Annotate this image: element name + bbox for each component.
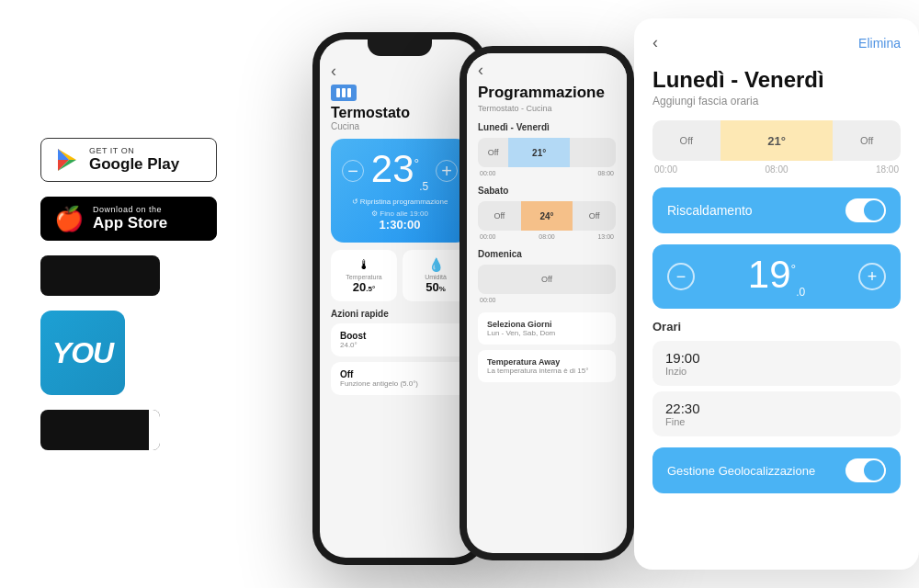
temperatura-away-button[interactable]: Temperatura Away La temperatura interna … (478, 350, 616, 382)
fino-time-value: 1:30:00 (342, 218, 458, 232)
phone2-screen: ‹ Programmazione Termostato - Cucina Lun… (467, 53, 627, 553)
azioni-title: Azioni rapide (331, 309, 469, 319)
riscaldamento-row: Riscaldamento (652, 187, 901, 233)
temp-set-card: − 19°.0 + (652, 244, 901, 309)
app-store-top: Download on the (93, 205, 167, 214)
humidity-icon: 💧 (408, 257, 463, 272)
temp-sensor-value: 20.5° (336, 280, 391, 294)
panel3-title: Lunedì - Venerdì (652, 67, 901, 93)
geolocalizzazione-toggle[interactable] (845, 458, 886, 482)
panel3-schedule-bar: Off 21° Off (652, 120, 901, 161)
off-action-card[interactable]: Off Funzione antigelo (5.0°) (331, 362, 469, 395)
set-temp-minus-button[interactable]: − (667, 263, 695, 290)
domenica-bar: Off (478, 265, 616, 294)
boost-action-card[interactable]: Boost 24.0° (331, 323, 469, 356)
orario2-row[interactable]: 22:30 Fine (652, 391, 901, 436)
set-temp-value: 19°.0 (748, 255, 805, 298)
riscaldamento-toggle[interactable] (845, 198, 886, 222)
google-play-badge[interactable]: GET IT ON Google Play (40, 138, 217, 182)
orario2-label: Fine (665, 416, 888, 427)
you-badge[interactable]: YOU (40, 311, 125, 395)
temp-card: − 23°.5 + ↺ Ripristina programmazione ⚙ … (331, 139, 469, 243)
left-panel: GET IT ON Google Play 🍎 Download on the … (0, 101, 257, 488)
humidity-sensor-value: 50% (408, 280, 463, 294)
device-subtitle: Cucina (331, 121, 469, 131)
lun-ven-times: 00:00 08:00 (478, 170, 616, 176)
orario1-label: Inzio (665, 366, 888, 377)
sabato-title: Sabato (478, 186, 616, 196)
panel3-back-button[interactable]: ‹ (652, 33, 658, 52)
phone1-back-button[interactable]: ‹ (331, 62, 469, 81)
phone1-content: ‹ Termostato Cucina − 23°.5 + ↺ Ripristi… (320, 56, 480, 406)
app-store-text: Download on the App Store (93, 205, 167, 232)
sabato-times: 00:00 08:00 13:00 (478, 233, 616, 240)
panel3-header: ‹ Elimina (652, 33, 901, 52)
geolocalizzazione-row: Gestione Geolocalizzazione (652, 447, 901, 493)
sab-off2: Off (573, 201, 616, 231)
orari-title: Orari (652, 320, 901, 334)
domenica-title: Domenica (478, 249, 616, 259)
phone1-notch (368, 40, 432, 56)
lun-ven-temp: 21° (508, 138, 570, 167)
apple-icon: 🍎 (54, 207, 84, 231)
sab-off1: Off (478, 201, 521, 231)
elimina-button[interactable]: Elimina (858, 36, 901, 51)
app-store-bottom: App Store (93, 214, 167, 232)
orario1-row[interactable]: 19:00 Inzio (652, 341, 901, 386)
app-store-badge[interactable]: 🍎 Download on the App Store (40, 197, 217, 241)
phone1-screen: ‹ Termostato Cucina − 23°.5 + ↺ Ripristi… (320, 40, 480, 558)
extra-badge-2[interactable] (40, 410, 160, 450)
sab-temp: 24° (521, 201, 573, 231)
temperature-sensor-card: 🌡 Temperatura 20.5° (331, 250, 397, 301)
lun-ven-title: Lunedì - Venerdì (478, 122, 616, 132)
sabato-section: Sabato Off 24° Off 00:00 08:00 13:00 (478, 186, 616, 240)
phones-area: ‹ Termostato Cucina − 23°.5 + ↺ Ripristi… (257, 0, 919, 588)
orario2-time: 22:30 (665, 401, 888, 416)
orario1-time: 19:00 (665, 350, 888, 366)
phone2-content: ‹ Programmazione Termostato - Cucina Lun… (467, 53, 627, 390)
sabato-bar: Off 24° Off (478, 201, 616, 231)
lun-ven-off2 (570, 138, 616, 167)
device-icon (331, 85, 357, 101)
ripristina-label: ↺ Ripristina programmazione (342, 198, 458, 206)
temp-value: 23°.5 (371, 150, 428, 192)
google-play-top: GET IT ON (89, 146, 179, 155)
geolocalizzazione-label: Gestione Geolocalizzazione (667, 464, 815, 478)
temp-sensor-label: Temperatura (336, 274, 391, 280)
domenica-times: 00:00 (478, 297, 616, 303)
sensors-row: 🌡 Temperatura 20.5° 💧 Umidità 50% (331, 250, 469, 301)
boost-action-desc: 24.0° (340, 341, 460, 349)
temp-plus-button[interactable]: + (436, 160, 458, 182)
boost-action-name: Boost (340, 331, 460, 341)
panel3-subtitle: Aggiungi fascia oraria (652, 95, 901, 107)
off-action-desc: Funzione antigelo (5.0°) (340, 379, 460, 388)
google-play-icon (54, 147, 80, 173)
seleziona-giorni-button[interactable]: Seleziona Giorni Lun - Ven, Sab, Dom (478, 312, 616, 345)
temp-minus-button[interactable]: − (342, 160, 364, 182)
orari-section: Orari 19:00 Inzio 22:30 Fine (652, 320, 901, 436)
extra-badge-1[interactable] (40, 255, 160, 296)
set-temp-plus-button[interactable]: + (858, 263, 886, 290)
google-play-bottom: Google Play (89, 155, 179, 174)
p3-off1: Off (652, 120, 720, 161)
device-title: Termostato (331, 105, 469, 121)
phone2-programming: ‹ Programmazione Termostato - Cucina Lun… (460, 46, 634, 560)
phone2-back-button[interactable]: ‹ (478, 61, 616, 80)
domenica-section: Domenica Off 00:00 (478, 249, 616, 303)
dom-off: Off (478, 265, 616, 294)
p3-times: 00:00 08:00 18:00 (652, 164, 901, 175)
riscaldamento-label: Riscaldamento (667, 203, 753, 218)
you-text: YOU (52, 336, 113, 370)
schedule-detail-panel: ‹ Elimina Lunedì - Venerdì Aggiungi fasc… (634, 18, 919, 570)
temp-main: − 23°.5 + (342, 150, 458, 192)
programming-subtitle: Termostato - Cucina (478, 104, 616, 113)
lun-ven-section: Lunedì - Venerdì Off 21° 00:00 08:00 (478, 122, 616, 176)
lun-ven-off1: Off (478, 138, 508, 167)
fino-alle-label: ⚙ Fino alle 19:00 (342, 209, 458, 218)
humidity-sensor-label: Umidità (408, 274, 463, 280)
google-play-text: GET IT ON Google Play (89, 146, 179, 174)
programming-title: Programmazione (478, 84, 616, 102)
off-action-name: Off (340, 369, 460, 379)
thermometer-icon: 🌡 (336, 257, 391, 272)
p3-temp: 21° (720, 120, 834, 161)
